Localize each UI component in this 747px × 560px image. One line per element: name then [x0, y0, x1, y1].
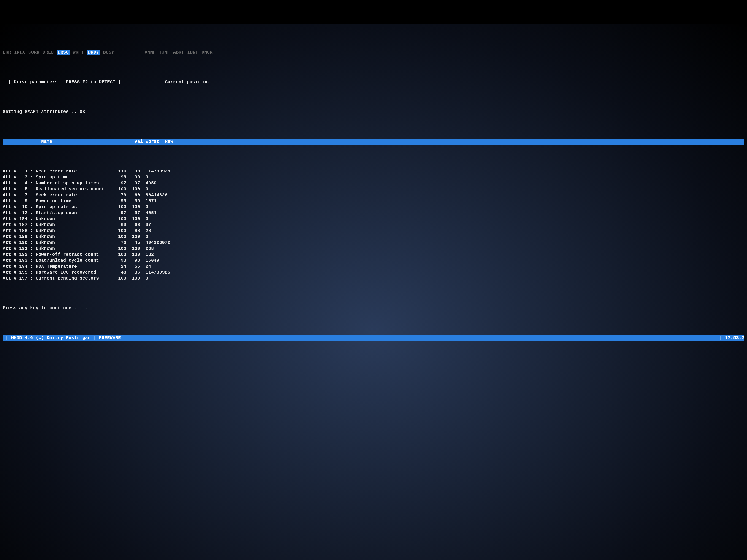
flag-drsc: DRSC — [57, 50, 70, 55]
attribute-row: Att # 192 : Power-off retract count : 10… — [3, 251, 744, 258]
attribute-row: Att # 189 : Unknown : 100 100 0 — [3, 234, 744, 240]
attribute-row: Att # 195 : Hardware ECC recovered : 48 … — [3, 269, 744, 275]
attribute-row: Att # 9 : Power-on time : 99 99 1671 — [3, 198, 744, 204]
flag-dreq: DREQ — [43, 50, 54, 55]
attribute-row: Att # 184 : Unknown : 100 100 0 — [3, 216, 744, 222]
flag-err: ERR — [3, 50, 11, 55]
terminal-screen: ERR INDX CORR DREQ DRSC WRFT DRDY BUSY A… — [0, 24, 747, 560]
attribute-row: Att # 3 : Spin up time : 98 98 0 — [3, 174, 744, 180]
attribute-row: Att # 1 : Read error rate : 116 98 11473… — [3, 168, 744, 174]
smart-status-line: Getting SMART attributes... OK — [3, 109, 744, 115]
col-header-name: Name — [41, 139, 52, 144]
col-header-val: Val — [134, 139, 143, 144]
status-flags-row: ERR INDX CORR DREQ DRSC WRFT DRDY BUSY A… — [3, 49, 744, 55]
attribute-row: Att # 191 : Unknown : 100 100 268 — [3, 246, 744, 251]
attribute-row: Att # 193 : Load/unload cycle count : 93… — [3, 258, 744, 264]
flag-busy: BUSY — [103, 50, 114, 55]
flag-drdy: DRDY — [87, 50, 100, 55]
attribute-row: Att # 194 : HDA Temperature : 24 55 24 — [3, 264, 744, 269]
attribute-row: Att # 188 : Unknown : 100 98 28 — [3, 228, 744, 234]
col-header-raw: Raw — [165, 139, 173, 144]
drive-params-text: [ Drive parameters - PRESS F2 to DETECT … — [3, 79, 134, 85]
attribute-row: Att # 187 : Unknown : 63 63 37 — [3, 222, 744, 228]
attribute-row: Att # 12 : Start/stop count : 97 97 4051 — [3, 210, 744, 216]
attribute-row: Att # 4 : Number of spin-up times : 97 9… — [3, 180, 744, 186]
flag-tonf: TONF — [159, 50, 170, 55]
drive-params-line: [ Drive parameters - PRESS F2 to DETECT … — [3, 79, 744, 85]
attribute-row: Att # 197 : Current pending sectors : 10… — [3, 275, 744, 282]
footer-clock: | 17:53:2 — [720, 335, 744, 341]
flag-uncr: UNCR — [201, 50, 212, 55]
flag-amnf: AMNF — [145, 50, 156, 55]
current-position-label: Current position — [165, 79, 209, 85]
flag-abrt: ABRT — [173, 50, 184, 55]
flag-wrft: WRFT — [73, 50, 84, 55]
footer-left: | MHDD 4.6 (c) Dmitry Postrigan | FREEWA… — [3, 335, 121, 341]
attribute-row: Att # 190 : Unknown : 76 45 404226072 — [3, 240, 744, 246]
table-header-row: Name Val Worst Raw — [3, 139, 744, 144]
press-any-key-prompt[interactable]: Press any key to continue . . ._ — [3, 305, 744, 311]
footer-bar: | MHDD 4.6 (c) Dmitry Postrigan | FREEWA… — [3, 335, 744, 341]
attribute-list: Att # 1 : Read error rate : 116 98 11473… — [3, 168, 744, 282]
attribute-row: Att # 5 : Reallocated sectors count : 10… — [3, 186, 744, 192]
attribute-row: Att # 7 : Seek error rate : 79 60 864143… — [3, 192, 744, 198]
flag-corr: CORR — [28, 50, 40, 55]
flag-indx: INDX — [14, 50, 25, 55]
col-header-worst: Worst — [146, 139, 159, 144]
flag-idnf: IDNF — [187, 50, 198, 55]
attribute-row: Att # 10 : Spin-up retries : 100 100 0 — [3, 204, 744, 210]
